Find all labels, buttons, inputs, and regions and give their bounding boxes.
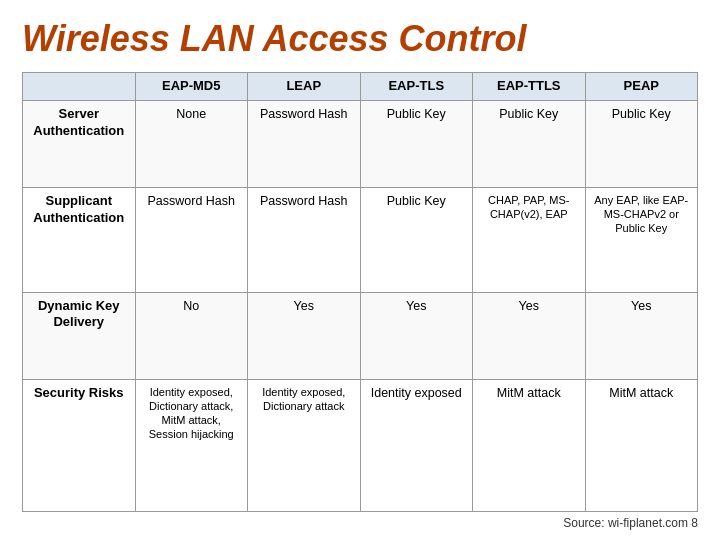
cell-supplicant-eap-tls: Public Key [360, 187, 473, 292]
row-header-server-auth: Server Authentication [23, 100, 136, 187]
cell-dynamic-leap: Yes [248, 292, 361, 379]
cell-supplicant-peap: Any EAP, like EAP-MS-CHAPv2 or Public Ke… [585, 187, 698, 292]
col-header-eap-md5: EAP-MD5 [135, 73, 248, 101]
comparison-table: EAP-MD5 LEAP EAP-TLS EAP-TTLS PEAP Serve… [22, 72, 698, 512]
col-header-eap-tls: EAP-TLS [360, 73, 473, 101]
cell-dynamic-eap-ttls: Yes [473, 292, 586, 379]
table-row: Supplicant Authentication Password Hash … [23, 187, 698, 292]
table-row: Server Authentication None Password Hash… [23, 100, 698, 187]
cell-security-eap-md5: Identity exposed, Dictionary attack, Mit… [135, 379, 248, 511]
table-row: Security Risks Identity exposed, Diction… [23, 379, 698, 511]
source-line: Source: wi-fiplanet.com 8 [22, 516, 698, 530]
cell-dynamic-eap-md5: No [135, 292, 248, 379]
page-number: 8 [691, 516, 698, 530]
source-text: Source: wi-fiplanet.com [563, 516, 688, 530]
row-header-dynamic-key: Dynamic Key Delivery [23, 292, 136, 379]
table-row: Dynamic Key Delivery No Yes Yes Yes Yes [23, 292, 698, 379]
cell-security-eap-tls: Identity exposed [360, 379, 473, 511]
col-header-empty [23, 73, 136, 101]
cell-server-eap-md5: None [135, 100, 248, 187]
cell-supplicant-leap: Password Hash [248, 187, 361, 292]
cell-server-leap: Password Hash [248, 100, 361, 187]
cell-dynamic-peap: Yes [585, 292, 698, 379]
col-header-leap: LEAP [248, 73, 361, 101]
cell-server-eap-ttls: Public Key [473, 100, 586, 187]
page-title: Wireless LAN Access Control [22, 18, 698, 60]
cell-server-eap-tls: Public Key [360, 100, 473, 187]
page: Wireless LAN Access Control EAP-MD5 LEAP… [0, 0, 720, 540]
cell-supplicant-eap-md5: Password Hash [135, 187, 248, 292]
row-header-supplicant-auth: Supplicant Authentication [23, 187, 136, 292]
cell-security-peap: MitM attack [585, 379, 698, 511]
cell-security-leap: Identity exposed, Dictionary attack [248, 379, 361, 511]
cell-dynamic-eap-tls: Yes [360, 292, 473, 379]
row-header-security-risks: Security Risks [23, 379, 136, 511]
cell-security-eap-ttls: MitM attack [473, 379, 586, 511]
cell-supplicant-eap-ttls: CHAP, PAP, MS-CHAP(v2), EAP [473, 187, 586, 292]
col-header-peap: PEAP [585, 73, 698, 101]
col-header-eap-ttls: EAP-TTLS [473, 73, 586, 101]
cell-server-peap: Public Key [585, 100, 698, 187]
